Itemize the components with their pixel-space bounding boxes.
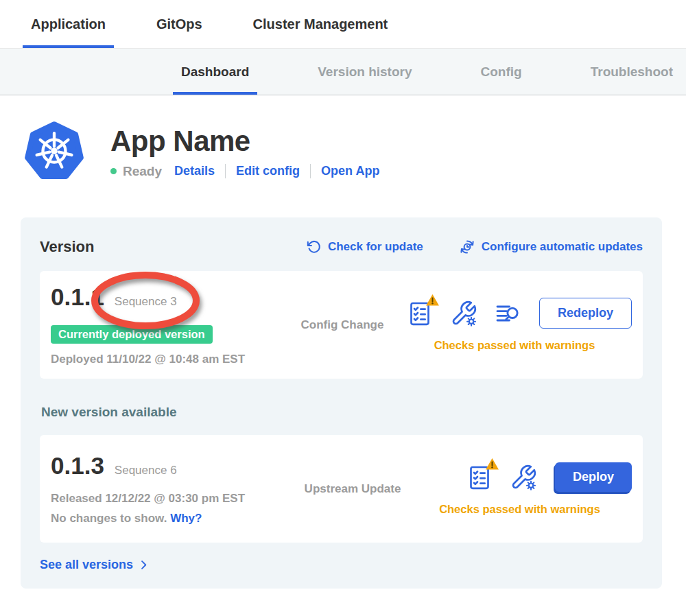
wrench-gear-icon (509, 464, 538, 491)
file-diff-icon (494, 300, 521, 327)
edit-config-link[interactable]: Edit config (236, 164, 300, 178)
available-version-number: 0.1.3 (51, 452, 104, 479)
status-dot (110, 168, 117, 174)
version-panel: Version Check for update Configure (21, 217, 662, 589)
nav-item-gitops[interactable]: GitOps (148, 0, 211, 48)
preflight-checks-button[interactable] (464, 462, 495, 493)
tab-troubleshoot[interactable]: Troubleshoot (582, 49, 681, 95)
chevron-right-icon (138, 559, 150, 571)
tab-config[interactable]: Config (473, 49, 530, 95)
currently-deployed-badge: Currently deployed version (51, 325, 213, 344)
edit-config-icon-button[interactable] (449, 298, 479, 329)
open-app-link[interactable]: Open App (321, 164, 379, 178)
app-header: App Name Ready Details Edit config Open … (0, 95, 686, 183)
current-sequence-label: Sequence 3 (115, 295, 177, 309)
view-diff-button[interactable] (493, 298, 523, 329)
primary-nav: Application GitOps Cluster Management (0, 0, 686, 49)
clock-refresh-icon (459, 239, 475, 255)
details-link[interactable]: Details (174, 164, 215, 178)
kubernetes-logo-icon (24, 120, 84, 183)
current-checks-status: Checks passed with warnings (397, 339, 632, 352)
see-all-versions-link[interactable]: See all versions (40, 558, 643, 572)
deploy-button[interactable]: Deploy (555, 462, 632, 492)
warning-triangle-icon (485, 458, 499, 471)
check-for-update-button[interactable]: Check for update (307, 239, 423, 254)
wrench-gear-icon (449, 300, 478, 327)
see-all-versions-label: See all versions (40, 558, 133, 572)
current-sequence-text: Sequence 3 (115, 295, 177, 308)
divider (225, 164, 226, 178)
configure-automatic-updates-button[interactable]: Configure automatic updates (459, 239, 643, 255)
warning-triangle-icon (425, 294, 440, 307)
nav-item-cluster-management[interactable]: Cluster Management (245, 0, 397, 48)
version-panel-title: Version (40, 238, 94, 256)
available-source-label: Upstream Update (298, 482, 407, 496)
why-link[interactable]: Why? (170, 512, 202, 525)
tab-dashboard[interactable]: Dashboard (173, 49, 257, 95)
available-version-card: 0.1.3 Sequence 6 Released 12/12/22 @ 03:… (40, 435, 643, 543)
preflight-checks-button[interactable] (405, 298, 435, 329)
divider (310, 164, 311, 178)
redeploy-button[interactable]: Redeploy (539, 298, 632, 329)
new-version-heading: New version available (41, 405, 643, 420)
status-badge: Ready (123, 164, 162, 179)
configure-automatic-updates-label: Configure automatic updates (482, 240, 643, 254)
current-version-number: 0.1.1 (51, 283, 104, 311)
deployed-timestamp: Deployed 11/10/22 @ 10:48 am EST (51, 353, 287, 366)
available-checks-status: Checks passed with warnings (407, 503, 632, 516)
nav-item-application[interactable]: Application (23, 0, 114, 48)
current-version-card: 0.1.1 Sequence 3 Currently deployed vers… (40, 271, 643, 379)
edit-config-icon-button[interactable] (508, 462, 539, 493)
current-source-label: Config Change (287, 318, 397, 332)
check-for-update-label: Check for update (328, 240, 423, 254)
released-timestamp: Released 12/12/22 @ 03:30 pm EST (51, 492, 298, 506)
available-sequence-text: Sequence 6 (115, 464, 177, 477)
page-title: App Name (110, 125, 379, 158)
refresh-icon (307, 239, 322, 254)
no-changes-text: No changes to show. (51, 512, 167, 525)
tab-version-history[interactable]: Version history (309, 49, 420, 95)
secondary-nav: Dashboard Version history Config Trouble… (0, 49, 686, 95)
